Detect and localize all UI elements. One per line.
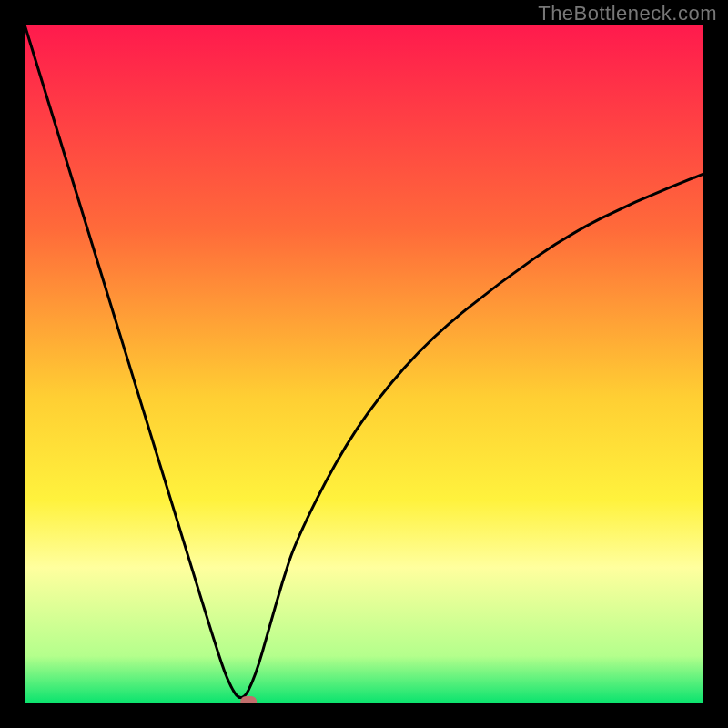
plot-area	[25, 25, 703, 703]
attribution-text: TheBottleneck.com	[538, 2, 717, 25]
gradient-background	[25, 25, 703, 703]
chart-frame: TheBottleneck.com	[0, 0, 728, 728]
optimal-marker	[240, 696, 257, 703]
bottleneck-curve-chart	[25, 25, 703, 703]
